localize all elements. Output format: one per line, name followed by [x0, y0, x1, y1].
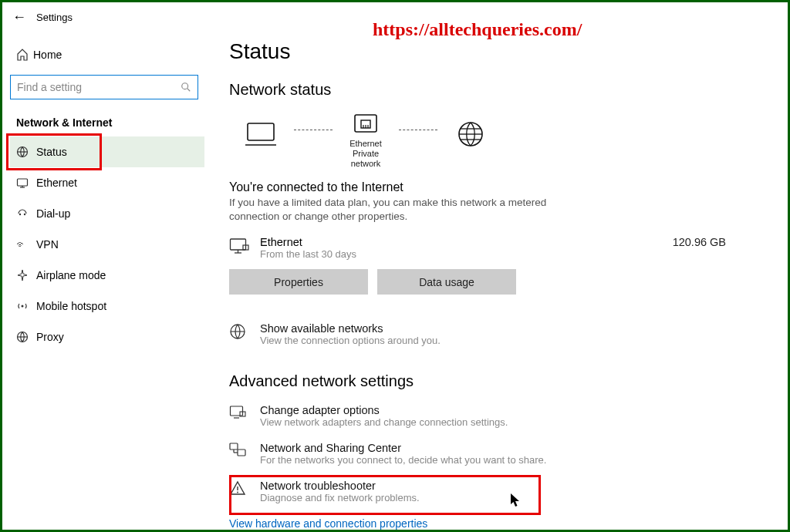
sidebar-category: Network & Internet [10, 112, 204, 136]
network-sharing-center[interactable]: Network and Sharing Center For the netwo… [229, 442, 757, 466]
sidebar-item-label: Airplane mode [36, 269, 106, 281]
svg-point-0 [182, 83, 188, 89]
network-diagram: EthernetPrivate network [234, 113, 757, 170]
sidebar-item-dialup[interactable]: Dial-up [10, 198, 204, 229]
connection-name: Ethernet [260, 236, 673, 248]
connection-sub: From the last 30 days [260, 248, 673, 260]
adapter-icon [229, 404, 260, 428]
sidebar-item-hotspot[interactable]: Mobile hotspot [10, 291, 204, 322]
option-sub: View network adapters and change connect… [260, 416, 508, 428]
change-adapter-options[interactable]: Change adapter options View network adap… [229, 404, 757, 428]
option-title: Network and Sharing Center [260, 442, 546, 454]
sidebar-home-label: Home [33, 49, 62, 61]
proxy-icon [16, 331, 36, 343]
sidebar-item-label: Mobile hotspot [36, 300, 106, 312]
svg-point-9 [22, 305, 24, 308]
view-hardware-link[interactable]: View hardware and connection properties [229, 517, 427, 530]
connection-usage: 120.96 GB [673, 236, 757, 248]
sidebar-item-status[interactable]: Status [10, 136, 204, 167]
sharing-icon [229, 442, 260, 466]
warning-icon [229, 480, 260, 503]
globe-icon [457, 120, 484, 148]
sidebar-item-vpn[interactable]: ᯤ VPN [10, 229, 204, 260]
sidebar-item-label: Status [36, 146, 67, 158]
hotspot-icon [16, 300, 36, 312]
diagram-ethernet-label: Ethernet [349, 139, 382, 148]
ethernet-adapter-icon [353, 113, 379, 136]
svg-rect-14 [355, 115, 376, 132]
sidebar-home[interactable]: Home [10, 39, 204, 70]
sidebar-item-label: VPN [36, 238, 59, 251]
connected-desc: If you have a limited data plan, you can… [229, 196, 569, 224]
page-title: Status [229, 39, 757, 64]
watermark-text: https://alltechqueries.com/ [373, 19, 582, 40]
advanced-settings-heading: Advanced network settings [229, 372, 757, 390]
sidebar-item-proxy[interactable]: Proxy [10, 322, 204, 352]
diagram-private-label: Private network [351, 149, 381, 168]
dialup-icon [16, 207, 36, 220]
sidebar-item-airplane[interactable]: Airplane mode [10, 260, 204, 291]
svg-rect-33 [238, 450, 245, 456]
sidebar-item-label: Proxy [36, 331, 64, 343]
sidebar-item-ethernet[interactable]: Ethernet [10, 167, 204, 198]
network-status-heading: Network status [229, 81, 757, 99]
svg-point-7 [19, 214, 21, 215]
option-title: Network troubleshooter [260, 480, 420, 492]
svg-line-1 [187, 89, 191, 92]
search-icon [181, 82, 191, 93]
properties-button[interactable]: Properties [229, 269, 368, 295]
option-sub: For the networks you connect to, decide … [260, 454, 546, 466]
svg-rect-12 [248, 123, 274, 140]
svg-rect-29 [231, 406, 243, 416]
main-panel: Status Network status EthernetPrivate ne… [211, 32, 788, 530]
search-box[interactable] [10, 75, 198, 99]
window-title: Settings [36, 12, 73, 23]
back-button[interactable]: ← [8, 9, 30, 25]
svg-rect-4 [18, 179, 28, 186]
connected-heading: You're connected to the Internet [229, 180, 757, 194]
show-available-networks[interactable]: Show available networks View the connect… [229, 322, 757, 346]
home-icon [16, 49, 33, 61]
sidebar-item-label: Ethernet [36, 177, 77, 189]
svg-point-8 [24, 214, 25, 215]
ethernet-icon [16, 177, 36, 189]
vpn-icon: ᯤ [16, 238, 36, 251]
sidebar: Home Network & Internet Status Ether [2, 32, 211, 530]
option-title: Show available networks [260, 322, 441, 335]
option-sub: View the connection options around you. [260, 335, 441, 346]
airplane-icon [16, 269, 36, 281]
status-icon [16, 146, 36, 158]
sidebar-item-label: Dial-up [36, 207, 70, 220]
network-troubleshooter[interactable]: Network troubleshooter Diagnose and fix … [229, 480, 757, 503]
data-usage-button[interactable]: Data usage [377, 269, 516, 295]
svg-point-37 [237, 492, 238, 493]
connection-icon [229, 236, 260, 254]
globe-small-icon [229, 322, 260, 346]
option-sub: Diagnose and fix network problems. [260, 492, 420, 503]
computer-icon [245, 120, 277, 148]
search-input[interactable] [17, 81, 181, 93]
svg-rect-32 [230, 443, 238, 450]
option-title: Change adapter options [260, 404, 508, 416]
